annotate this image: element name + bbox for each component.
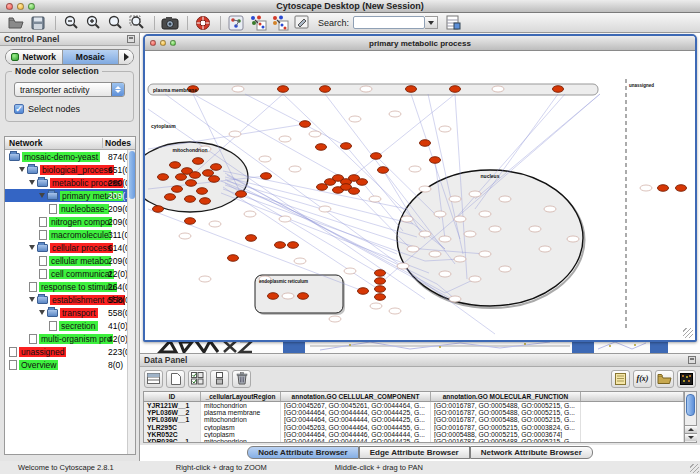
tree-row-label[interactable]: cellular process (50, 243, 113, 253)
network-label-node[interactable] (179, 233, 191, 239)
network-node[interactable] (420, 140, 431, 147)
tree-row-label[interactable]: nitrogen compo (49, 217, 112, 227)
network-node[interactable] (268, 293, 279, 300)
scroll-down-button[interactable] (685, 433, 697, 441)
table-column-header[interactable] (581, 392, 684, 401)
table-cell[interactable] (581, 438, 684, 442)
network-label-node[interactable] (319, 206, 331, 212)
table-column-header[interactable]: ID (144, 392, 201, 401)
tree-row-label[interactable]: multi-organism pro (39, 334, 113, 344)
table-cell[interactable]: [GO:0005488, GO:0005215, GO:0003674] (431, 431, 581, 438)
network-node[interactable] (190, 172, 201, 179)
tree-row-label[interactable]: secretion (59, 321, 98, 331)
table-cell[interactable]: YDR039C__1 (144, 438, 201, 442)
import-table-button[interactable] (443, 14, 463, 31)
network-node[interactable] (275, 242, 286, 249)
tree-scrollbar-thumb[interactable] (129, 151, 135, 199)
network-label-node[interactable] (259, 156, 271, 162)
tree-row[interactable]: biological_process651(0) (5, 163, 135, 176)
table-cell[interactable]: [GO:0016787, GO:0005488, GO:0005215, G..… (431, 438, 581, 442)
tab-network[interactable]: Network (6, 50, 63, 64)
expand-arrow-icon[interactable] (39, 193, 45, 198)
table-row[interactable]: YKR052Ccytoplasm[GO:0044464, GO:0044446,… (144, 431, 684, 438)
network-label-node[interactable] (439, 236, 451, 242)
network-label-node[interactable] (209, 221, 221, 227)
network-node[interactable] (209, 176, 220, 183)
create-attribute-button[interactable] (166, 370, 185, 388)
network-edge[interactable] (346, 94, 455, 182)
network-node[interactable] (658, 185, 669, 192)
tree-scrollbar[interactable] (127, 150, 135, 454)
table-cell[interactable]: cytoplasm (201, 424, 281, 431)
tree-row[interactable]: cellular metabo209(0) (5, 254, 135, 267)
network-node[interactable] (165, 194, 176, 201)
zoom-in-button[interactable] (83, 14, 103, 31)
tree-row[interactable]: nitrogen compo209(0) (5, 215, 135, 228)
network-node[interactable] (378, 167, 389, 174)
table-cell[interactable]: mitochondrion (201, 416, 281, 423)
table-cell[interactable]: [GO:0044464, GO:0044444, GO:0044425, G..… (281, 416, 431, 423)
save-button[interactable] (28, 14, 48, 31)
tree-row-label[interactable]: mosaic-demo-yeast (22, 152, 100, 162)
delete-attribute-button[interactable] (232, 370, 251, 388)
tree-row-label[interactable]: cell communicat (49, 269, 114, 279)
network-label-node[interactable] (289, 166, 301, 172)
network-node[interactable] (170, 162, 181, 169)
network-label-node[interactable] (539, 246, 551, 252)
network-node[interactable] (176, 174, 187, 181)
tree-row-label[interactable]: macromolecule (49, 230, 111, 240)
network-label-node[interactable] (369, 196, 381, 202)
network-label-node[interactable] (454, 216, 466, 222)
network-node[interactable] (553, 86, 564, 93)
network-label-node[interactable] (344, 268, 356, 274)
table-cell[interactable]: [GO:0016787, GO:0005488, GO:0005215, G..… (431, 402, 581, 409)
formula-button[interactable]: f(x) (633, 370, 652, 388)
table-row[interactable]: YJR121W__1mitochondrion[GO:0045267, GO:0… (144, 402, 684, 409)
network-label-node[interactable] (489, 226, 501, 232)
table-cell[interactable] (581, 409, 684, 416)
network-node[interactable] (197, 188, 208, 195)
expand-arrow-icon[interactable] (29, 245, 35, 250)
network-node[interactable] (375, 270, 386, 277)
layout-button-1[interactable] (248, 14, 268, 31)
attribute-browser-tab[interactable]: Edge Attribute Browser (359, 446, 470, 459)
network-label-node[interactable] (429, 251, 441, 257)
overview-button[interactable] (226, 14, 246, 31)
network-node[interactable] (158, 174, 169, 181)
network-node[interactable] (300, 121, 311, 128)
network-label-node[interactable] (469, 276, 481, 282)
network-label-node[interactable] (449, 196, 461, 202)
zoom-out-button[interactable] (61, 14, 81, 31)
table-cell[interactable]: mitochondrion (201, 438, 281, 442)
table-cell[interactable] (581, 402, 684, 409)
table-cell[interactable] (581, 416, 684, 423)
search-input[interactable] (353, 16, 425, 29)
network-label-node[interactable] (407, 246, 419, 252)
network-label-node[interactable] (469, 191, 481, 197)
network-node[interactable] (246, 235, 257, 242)
unselect-attributes-button[interactable] (210, 370, 229, 388)
table-cell[interactable] (581, 431, 684, 438)
tree-row-label[interactable]: cellular metabo (49, 256, 111, 266)
select-nodes-checkbox[interactable]: ✓ (14, 104, 24, 114)
table-cell[interactable]: [GO:0016787, GO:0005215, GO:0003824, G..… (431, 424, 581, 431)
network-node[interactable] (341, 143, 352, 150)
network-node[interactable] (278, 86, 289, 93)
expand-arrow-icon[interactable] (29, 180, 35, 185)
network-node[interactable] (236, 191, 247, 198)
network-label-node[interactable] (479, 211, 491, 217)
network-label-node[interactable] (529, 226, 541, 232)
network-node[interactable] (320, 86, 331, 93)
tree-row[interactable]: primary metabo209(... (5, 189, 135, 202)
expand-arrow-icon[interactable] (29, 297, 35, 302)
network-node[interactable] (211, 164, 222, 171)
network-label-node[interactable] (329, 316, 341, 322)
table-column-header[interactable]: _cellularLayoutRegion (201, 392, 281, 401)
network-node[interactable] (450, 86, 461, 93)
tree-row-label[interactable]: biological_process (40, 165, 114, 175)
network-node[interactable] (349, 188, 360, 195)
table-cell[interactable]: [GO:0016787, GO:0005488, GO:0005215, G..… (431, 416, 581, 423)
network-label-node[interactable] (389, 111, 401, 117)
table-row[interactable]: YDR039C__1mitochondrion[GO:0044464, GO:0… (144, 438, 684, 442)
tree-row[interactable]: transport558(0) (5, 306, 135, 319)
